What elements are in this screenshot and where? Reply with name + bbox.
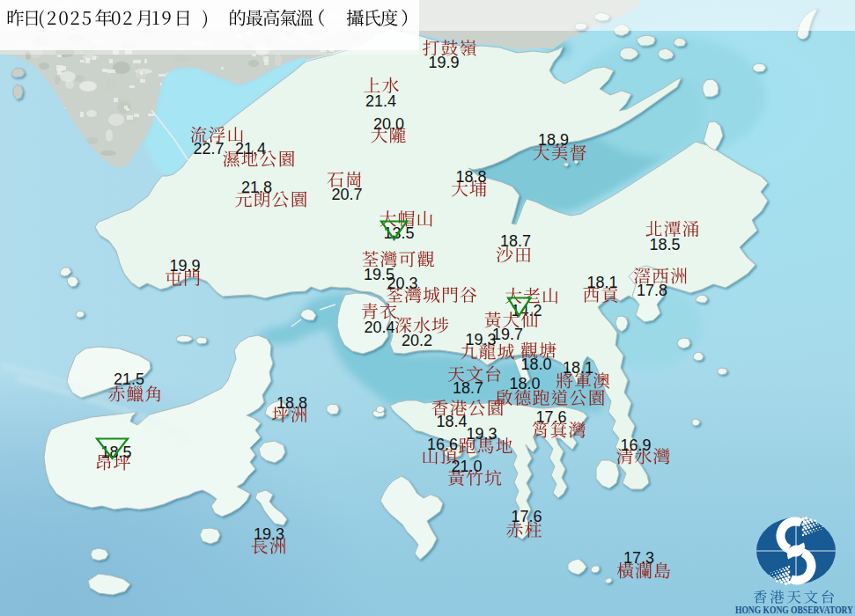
svg-text:18.8: 18.8 (456, 168, 487, 186)
svg-text:18.5: 18.5 (650, 236, 681, 253)
svg-text:HONG KONG OBSERVATORY: HONG KONG OBSERVATORY (735, 604, 853, 616)
svg-text:18.1: 18.1 (587, 274, 618, 291)
svg-text:21.4: 21.4 (365, 92, 396, 110)
svg-text:20.0: 20.0 (373, 115, 404, 133)
svg-text:17.6: 17.6 (512, 508, 542, 525)
svg-text:17.3: 17.3 (623, 549, 654, 567)
svg-text:18.8: 18.8 (276, 394, 307, 412)
svg-text:20.7: 20.7 (332, 186, 363, 203)
svg-text:17.8: 17.8 (637, 282, 667, 299)
svg-text:16.9: 16.9 (621, 436, 652, 454)
svg-text:20.2: 20.2 (402, 332, 432, 349)
svg-text:21.0: 21.0 (452, 458, 483, 475)
svg-text:16.6: 16.6 (427, 436, 458, 453)
svg-text:18.1: 18.1 (563, 359, 593, 377)
svg-text:18.9: 18.9 (538, 131, 569, 149)
svg-text:18.4: 18.4 (437, 413, 468, 430)
svg-text:19.3: 19.3 (466, 331, 497, 348)
svg-text:17.6: 17.6 (536, 408, 567, 426)
svg-text:20.3: 20.3 (387, 275, 418, 292)
svg-text:18.7: 18.7 (453, 379, 483, 397)
svg-text:19.3: 19.3 (254, 525, 284, 543)
svg-text:21.8: 21.8 (241, 179, 272, 196)
svg-text:22.7: 22.7 (194, 140, 225, 158)
svg-text:20.4: 20.4 (365, 319, 395, 336)
svg-text:19.7: 19.7 (492, 326, 523, 343)
svg-text:18.7: 18.7 (500, 232, 531, 250)
svg-text:21.5: 21.5 (114, 370, 144, 388)
svg-text:18.0: 18.0 (521, 356, 552, 373)
svg-text:21.4: 21.4 (235, 140, 266, 158)
svg-text:19.9: 19.9 (429, 54, 460, 71)
svg-text:19.3: 19.3 (467, 425, 498, 443)
svg-text:18.0: 18.0 (510, 375, 541, 392)
svg-text:19.9: 19.9 (170, 257, 201, 275)
